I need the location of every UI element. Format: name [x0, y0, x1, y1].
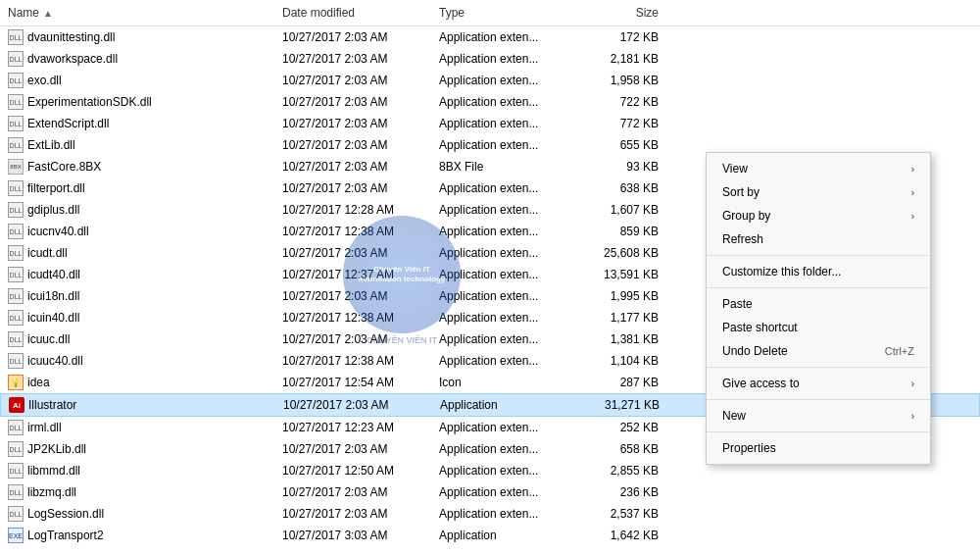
file-name: filterport.dll: [27, 181, 85, 195]
file-size: 2,181 KB: [578, 51, 666, 67]
context-menu-item[interactable]: Customize this folder...: [707, 260, 930, 283]
file-name-cell: Ai Illustrator: [1, 396, 275, 414]
file-explorer: Name ▲ Date modified Type Size DLL dvaun…: [0, 0, 980, 555]
context-menu-item[interactable]: Properties: [707, 436, 930, 460]
dll-icon: DLL: [8, 331, 24, 347]
table-row[interactable]: DLL LogSession.dll 10/27/2017 2:03 AM Ap…: [0, 503, 980, 525]
file-date: 10/27/2017 12:28 AM: [274, 202, 431, 218]
file-type: Application exten...: [431, 506, 578, 522]
ctx-item-arrow: ›: [911, 211, 914, 222]
file-type: Application: [432, 397, 579, 413]
context-menu-item[interactable]: Give access to›: [707, 372, 930, 395]
ctx-item-shortcut: Ctrl+Z: [885, 345, 914, 357]
context-menu-separator: [707, 431, 930, 432]
col-header-size[interactable]: Size: [578, 4, 666, 22]
file-name: ExtLib.dll: [27, 138, 75, 152]
file-name-cell: DLL icudt40.dll: [0, 266, 274, 283]
context-menu-separator: [707, 367, 930, 368]
file-type: Application exten...: [431, 331, 578, 347]
file-name-cell: DLL ExperimentationSDK.dll: [0, 93, 274, 111]
table-row[interactable]: DLL dvaunittesting.dll 10/27/2017 2:03 A…: [0, 26, 980, 48]
dll-icon: DLL: [8, 116, 24, 131]
table-row[interactable]: DLL libzmq.dll 10/27/2017 2:03 AM Applic…: [0, 481, 980, 503]
file-name: icui18n.dll: [27, 289, 79, 303]
ctx-item-arrow: ›: [911, 164, 914, 175]
table-row[interactable]: DLL ExtendScript.dll 10/27/2017 2:03 AM …: [0, 113, 980, 134]
dll-icon: DLL: [8, 202, 24, 218]
file-name: icuin40.dll: [27, 311, 79, 325]
file-size: 1,958 KB: [578, 73, 666, 88]
context-menu-item[interactable]: Paste shortcut: [707, 316, 930, 339]
context-menu-item[interactable]: Sort by›: [707, 180, 930, 204]
file-date: 10/27/2017 2:03 AM: [274, 159, 431, 175]
file-date: 10/27/2017 12:37 AM: [274, 267, 431, 282]
dll-icon: DLL: [8, 506, 24, 522]
ctx-item-label: View: [722, 162, 748, 176]
file-name-cell: DLL ExtLib.dll: [0, 136, 274, 154]
file-date: 10/27/2017 2:03 AM: [275, 397, 432, 413]
col-header-name[interactable]: Name ▲: [0, 4, 274, 22]
file-type: Application exten...: [431, 420, 578, 435]
file-size: 1,177 KB: [578, 310, 666, 326]
file-size: 1,642 KB: [578, 528, 666, 543]
file-size: 1,995 KB: [578, 288, 666, 304]
file-size: 658 KB: [578, 441, 666, 457]
ctx-item-arrow: ›: [911, 411, 914, 422]
file-type: Application exten...: [431, 73, 578, 88]
sort-arrow-name: ▲: [43, 8, 53, 19]
dll-icon: DLL: [8, 288, 24, 304]
table-row[interactable]: DLL dvaworkspace.dll 10/27/2017 2:03 AM …: [0, 48, 980, 70]
file-date: 10/27/2017 2:03 AM: [274, 288, 431, 304]
file-date: 10/27/2017 2:03 AM: [274, 29, 431, 45]
file-type: Application exten...: [431, 288, 578, 304]
file-name-cell: DLL LogSession.dll: [0, 505, 274, 523]
file-name-cell: DLL icudt.dll: [0, 244, 274, 262]
file-name: libmmd.dll: [27, 464, 80, 478]
file-name-cell: 💡 idea: [0, 374, 274, 391]
file-date: 10/27/2017 12:38 AM: [274, 353, 431, 369]
file-size: 859 KB: [578, 224, 666, 239]
file-name: icudt40.dll: [27, 268, 80, 281]
context-menu-item[interactable]: Paste: [707, 292, 930, 316]
file-date: 10/27/2017 2:03 AM: [274, 245, 431, 261]
file-name-cell: DLL dvaworkspace.dll: [0, 50, 274, 68]
file-name-cell: DLL exo.dll: [0, 72, 274, 89]
file-type: Application exten...: [431, 463, 578, 479]
file-type: Application exten...: [431, 224, 578, 239]
dll-icon: DLL: [8, 224, 24, 239]
file-date: 10/27/2017 12:38 AM: [274, 224, 431, 239]
context-menu-item[interactable]: Undo DeleteCtrl+Z: [707, 339, 930, 363]
file-size: 2,855 KB: [578, 463, 666, 479]
file-size: 25,608 KB: [578, 245, 666, 261]
col-header-type[interactable]: Type: [431, 4, 578, 22]
file-name-cell: DLL icuuc40.dll: [0, 352, 274, 370]
col-header-date[interactable]: Date modified: [274, 4, 431, 22]
file-size: 638 KB: [578, 180, 666, 196]
file-size: 722 KB: [578, 94, 666, 110]
table-row[interactable]: DLL exo.dll 10/27/2017 2:03 AM Applicati…: [0, 70, 980, 91]
file-date: 10/27/2017 2:03 AM: [274, 116, 431, 131]
context-menu-item[interactable]: View›: [707, 157, 930, 180]
table-row[interactable]: EXE LogTransport2 10/27/2017 3:03 AM App…: [0, 525, 980, 546]
context-menu-item[interactable]: Refresh: [707, 227, 930, 251]
context-menu-item[interactable]: New›: [707, 404, 930, 428]
file-name: icuuc.dll: [27, 332, 70, 346]
ai-icon: Ai: [9, 397, 24, 413]
context-menu-item[interactable]: Group by›: [707, 204, 930, 227]
table-row[interactable]: DLL ExperimentationSDK.dll 10/27/2017 2:…: [0, 91, 980, 113]
file-name: FastCore.8BX: [27, 160, 101, 174]
file-size: 772 KB: [578, 116, 666, 131]
file-type: Icon: [431, 375, 578, 390]
file-date: 10/27/2017 12:54 AM: [274, 375, 431, 390]
file-date: 10/27/2017 2:03 AM: [274, 51, 431, 67]
file-name: dvaunittesting.dll: [27, 30, 115, 44]
file-name: icucnv40.dll: [27, 225, 89, 238]
file-size: 13,591 KB: [578, 267, 666, 282]
file-name-cell: 8BX FastCore.8BX: [0, 158, 274, 176]
file-type: Application exten...: [431, 484, 578, 500]
file-name: LogSession.dll: [27, 507, 104, 521]
file-name-cell: DLL libzmq.dll: [0, 483, 274, 501]
file-date: 10/27/2017 2:03 AM: [274, 73, 431, 88]
context-menu-separator: [707, 399, 930, 400]
ctx-item-arrow: ›: [911, 187, 914, 198]
